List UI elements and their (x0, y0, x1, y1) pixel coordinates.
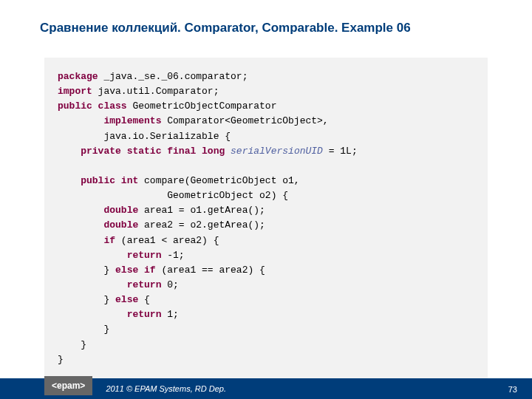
code-block: package _java._se._06.comparator; import… (44, 58, 488, 379)
code-keyword: if (103, 235, 115, 246)
code-text: 1; (161, 309, 178, 320)
code-keyword: return (127, 250, 162, 261)
code-text: java.io.Serializable { (58, 131, 231, 142)
code-keyword: private static final long (81, 146, 225, 157)
code-keyword: else (115, 294, 138, 305)
code-text: 0; (161, 279, 178, 290)
code-text: } (103, 265, 115, 276)
footer-bar: <epam> 2011 © EPAM Systems, RD Dep. 73 (0, 378, 532, 399)
code-keyword: double (103, 219, 138, 231)
code-text: = 1L; (323, 146, 358, 157)
code-text: { (138, 294, 150, 305)
slide-title: Сравнение коллекций. Comparator, Compara… (0, 0, 532, 35)
code-keyword: else if (115, 265, 156, 276)
footer-text: 2011 © EPAM Systems, RD Dep. (106, 384, 226, 393)
code-text: java.util.Comparator; (92, 86, 219, 97)
code-text: area2 = o2.getArea(); (138, 219, 265, 231)
code-text: } (58, 354, 64, 365)
code-text: _java._se._06.comparator; (98, 71, 248, 82)
code-text: (area1 < area2) { (115, 235, 219, 246)
page-number: 73 (508, 385, 517, 394)
code-keyword: double (103, 205, 138, 216)
code-keyword: return (127, 279, 162, 290)
code-text: -1; (161, 250, 184, 261)
code-text: } (103, 324, 109, 335)
code-text: compare(GeometricObject o1, (138, 175, 299, 186)
logo: <epam> (44, 376, 92, 395)
code-text: Comparator<GeometricObject>, (161, 115, 328, 126)
code-text: GeometricObject o2) { (58, 190, 288, 201)
code-keyword: implements (103, 115, 161, 126)
code-keyword: package (58, 71, 98, 82)
code-text: (area1 == area2) { (156, 265, 265, 276)
code-text: } (103, 294, 115, 305)
code-text: area1 = o1.getArea(); (138, 205, 265, 216)
code-keyword: import (58, 86, 92, 97)
code-text: } (81, 339, 86, 350)
code-keyword: return (127, 309, 162, 320)
code-keyword: public class (58, 100, 127, 112)
code-identifier: serialVersionUID (225, 146, 323, 157)
code-keyword: public int (81, 175, 138, 186)
code-text: GeometricObjectComparator (127, 100, 277, 112)
